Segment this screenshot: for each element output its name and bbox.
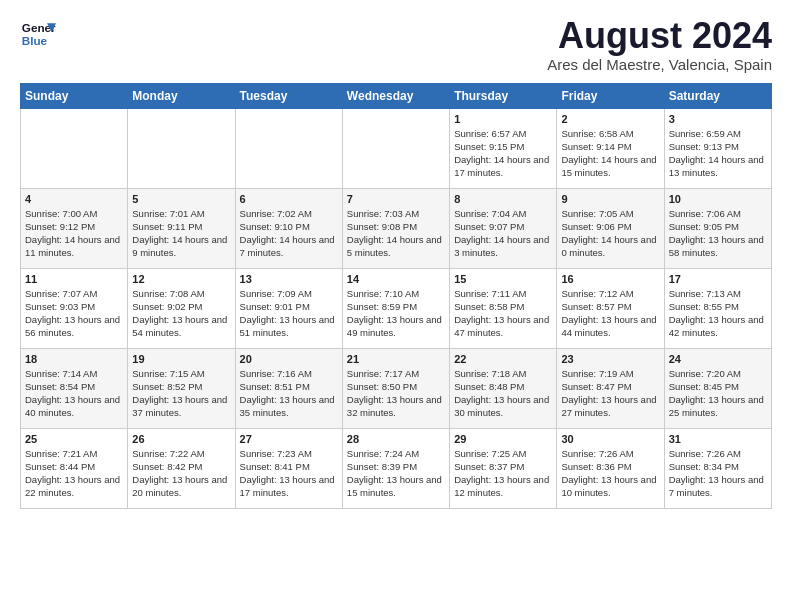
day-info: Sunrise: 7:04 AM Sunset: 9:07 PM Dayligh…: [454, 207, 552, 260]
day-number: 27: [240, 433, 338, 445]
day-info: Sunrise: 7:26 AM Sunset: 8:34 PM Dayligh…: [669, 447, 767, 500]
day-number: 19: [132, 353, 230, 365]
calendar-cell: 1Sunrise: 6:57 AM Sunset: 9:15 PM Daylig…: [450, 108, 557, 188]
day-number: 9: [561, 193, 659, 205]
calendar-cell: 19Sunrise: 7:15 AM Sunset: 8:52 PM Dayli…: [128, 348, 235, 428]
day-info: Sunrise: 7:09 AM Sunset: 9:01 PM Dayligh…: [240, 287, 338, 340]
calendar-cell: 31Sunrise: 7:26 AM Sunset: 8:34 PM Dayli…: [664, 428, 771, 508]
day-info: Sunrise: 7:00 AM Sunset: 9:12 PM Dayligh…: [25, 207, 123, 260]
weekday-header-tuesday: Tuesday: [235, 83, 342, 108]
weekday-header-monday: Monday: [128, 83, 235, 108]
calendar-cell: [21, 108, 128, 188]
day-info: Sunrise: 7:10 AM Sunset: 8:59 PM Dayligh…: [347, 287, 445, 340]
calendar-cell: 16Sunrise: 7:12 AM Sunset: 8:57 PM Dayli…: [557, 268, 664, 348]
day-info: Sunrise: 7:03 AM Sunset: 9:08 PM Dayligh…: [347, 207, 445, 260]
day-info: Sunrise: 7:15 AM Sunset: 8:52 PM Dayligh…: [132, 367, 230, 420]
calendar-cell: 11Sunrise: 7:07 AM Sunset: 9:03 PM Dayli…: [21, 268, 128, 348]
logo: General Blue: [20, 16, 56, 52]
calendar-cell: 24Sunrise: 7:20 AM Sunset: 8:45 PM Dayli…: [664, 348, 771, 428]
location-subtitle: Ares del Maestre, Valencia, Spain: [547, 56, 772, 73]
calendar-cell: 2Sunrise: 6:58 AM Sunset: 9:14 PM Daylig…: [557, 108, 664, 188]
day-info: Sunrise: 7:24 AM Sunset: 8:39 PM Dayligh…: [347, 447, 445, 500]
day-number: 23: [561, 353, 659, 365]
calendar-cell: 15Sunrise: 7:11 AM Sunset: 8:58 PM Dayli…: [450, 268, 557, 348]
day-info: Sunrise: 7:16 AM Sunset: 8:51 PM Dayligh…: [240, 367, 338, 420]
day-info: Sunrise: 6:58 AM Sunset: 9:14 PM Dayligh…: [561, 127, 659, 180]
day-number: 12: [132, 273, 230, 285]
day-info: Sunrise: 7:25 AM Sunset: 8:37 PM Dayligh…: [454, 447, 552, 500]
calendar-cell: 7Sunrise: 7:03 AM Sunset: 9:08 PM Daylig…: [342, 188, 449, 268]
day-info: Sunrise: 7:02 AM Sunset: 9:10 PM Dayligh…: [240, 207, 338, 260]
day-number: 14: [347, 273, 445, 285]
day-info: Sunrise: 7:07 AM Sunset: 9:03 PM Dayligh…: [25, 287, 123, 340]
calendar-week-2: 4Sunrise: 7:00 AM Sunset: 9:12 PM Daylig…: [21, 188, 772, 268]
day-info: Sunrise: 6:59 AM Sunset: 9:13 PM Dayligh…: [669, 127, 767, 180]
day-number: 15: [454, 273, 552, 285]
day-number: 31: [669, 433, 767, 445]
day-number: 5: [132, 193, 230, 205]
calendar-cell: 22Sunrise: 7:18 AM Sunset: 8:48 PM Dayli…: [450, 348, 557, 428]
day-info: Sunrise: 7:12 AM Sunset: 8:57 PM Dayligh…: [561, 287, 659, 340]
calendar-cell: 10Sunrise: 7:06 AM Sunset: 9:05 PM Dayli…: [664, 188, 771, 268]
day-info: Sunrise: 6:57 AM Sunset: 9:15 PM Dayligh…: [454, 127, 552, 180]
weekday-header-row: SundayMondayTuesdayWednesdayThursdayFrid…: [21, 83, 772, 108]
day-info: Sunrise: 7:06 AM Sunset: 9:05 PM Dayligh…: [669, 207, 767, 260]
day-number: 26: [132, 433, 230, 445]
logo-icon: General Blue: [20, 16, 56, 52]
day-info: Sunrise: 7:21 AM Sunset: 8:44 PM Dayligh…: [25, 447, 123, 500]
page-header: General Blue August 2024 Ares del Maestr…: [20, 16, 772, 73]
calendar-cell: 8Sunrise: 7:04 AM Sunset: 9:07 PM Daylig…: [450, 188, 557, 268]
day-info: Sunrise: 7:13 AM Sunset: 8:55 PM Dayligh…: [669, 287, 767, 340]
calendar-cell: [235, 108, 342, 188]
day-number: 21: [347, 353, 445, 365]
calendar-cell: 27Sunrise: 7:23 AM Sunset: 8:41 PM Dayli…: [235, 428, 342, 508]
day-number: 8: [454, 193, 552, 205]
day-info: Sunrise: 7:01 AM Sunset: 9:11 PM Dayligh…: [132, 207, 230, 260]
day-number: 20: [240, 353, 338, 365]
day-number: 3: [669, 113, 767, 125]
calendar-cell: 3Sunrise: 6:59 AM Sunset: 9:13 PM Daylig…: [664, 108, 771, 188]
day-info: Sunrise: 7:19 AM Sunset: 8:47 PM Dayligh…: [561, 367, 659, 420]
calendar-table: SundayMondayTuesdayWednesdayThursdayFrid…: [20, 83, 772, 509]
title-area: August 2024 Ares del Maestre, Valencia, …: [547, 16, 772, 73]
day-info: Sunrise: 7:08 AM Sunset: 9:02 PM Dayligh…: [132, 287, 230, 340]
day-info: Sunrise: 7:05 AM Sunset: 9:06 PM Dayligh…: [561, 207, 659, 260]
calendar-cell: 4Sunrise: 7:00 AM Sunset: 9:12 PM Daylig…: [21, 188, 128, 268]
day-number: 18: [25, 353, 123, 365]
day-number: 25: [25, 433, 123, 445]
month-year-title: August 2024: [547, 16, 772, 56]
day-number: 17: [669, 273, 767, 285]
calendar-cell: 12Sunrise: 7:08 AM Sunset: 9:02 PM Dayli…: [128, 268, 235, 348]
day-info: Sunrise: 7:14 AM Sunset: 8:54 PM Dayligh…: [25, 367, 123, 420]
day-info: Sunrise: 7:26 AM Sunset: 8:36 PM Dayligh…: [561, 447, 659, 500]
calendar-cell: 13Sunrise: 7:09 AM Sunset: 9:01 PM Dayli…: [235, 268, 342, 348]
day-number: 22: [454, 353, 552, 365]
calendar-cell: [128, 108, 235, 188]
calendar-cell: 26Sunrise: 7:22 AM Sunset: 8:42 PM Dayli…: [128, 428, 235, 508]
day-number: 7: [347, 193, 445, 205]
weekday-header-saturday: Saturday: [664, 83, 771, 108]
day-number: 6: [240, 193, 338, 205]
calendar-cell: 29Sunrise: 7:25 AM Sunset: 8:37 PM Dayli…: [450, 428, 557, 508]
weekday-header-thursday: Thursday: [450, 83, 557, 108]
calendar-cell: 9Sunrise: 7:05 AM Sunset: 9:06 PM Daylig…: [557, 188, 664, 268]
day-number: 29: [454, 433, 552, 445]
day-number: 13: [240, 273, 338, 285]
weekday-header-wednesday: Wednesday: [342, 83, 449, 108]
calendar-cell: 6Sunrise: 7:02 AM Sunset: 9:10 PM Daylig…: [235, 188, 342, 268]
calendar-cell: [342, 108, 449, 188]
calendar-cell: 17Sunrise: 7:13 AM Sunset: 8:55 PM Dayli…: [664, 268, 771, 348]
calendar-cell: 28Sunrise: 7:24 AM Sunset: 8:39 PM Dayli…: [342, 428, 449, 508]
day-number: 2: [561, 113, 659, 125]
day-info: Sunrise: 7:20 AM Sunset: 8:45 PM Dayligh…: [669, 367, 767, 420]
day-number: 11: [25, 273, 123, 285]
calendar-cell: 18Sunrise: 7:14 AM Sunset: 8:54 PM Dayli…: [21, 348, 128, 428]
day-info: Sunrise: 7:18 AM Sunset: 8:48 PM Dayligh…: [454, 367, 552, 420]
day-info: Sunrise: 7:11 AM Sunset: 8:58 PM Dayligh…: [454, 287, 552, 340]
calendar-cell: 21Sunrise: 7:17 AM Sunset: 8:50 PM Dayli…: [342, 348, 449, 428]
calendar-cell: 5Sunrise: 7:01 AM Sunset: 9:11 PM Daylig…: [128, 188, 235, 268]
day-number: 10: [669, 193, 767, 205]
weekday-header-sunday: Sunday: [21, 83, 128, 108]
day-number: 28: [347, 433, 445, 445]
weekday-header-friday: Friday: [557, 83, 664, 108]
